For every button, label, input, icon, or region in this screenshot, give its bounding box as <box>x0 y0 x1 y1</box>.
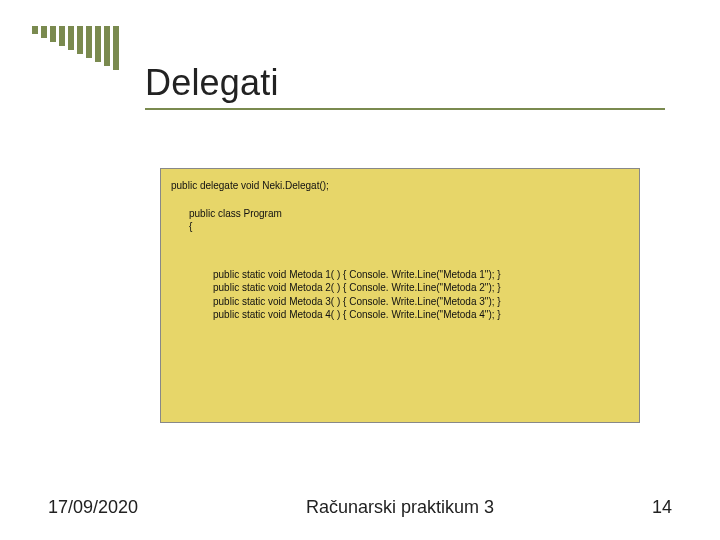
slide-footer: 17/09/2020 Računarski praktikum 3 14 <box>0 497 720 518</box>
accent-bars <box>32 26 119 70</box>
code-line-method-2: public static void Metoda 2( ) { Console… <box>213 281 629 295</box>
code-line-method-4: public static void Metoda 4( ) { Console… <box>213 308 629 322</box>
title-underline <box>145 108 665 110</box>
code-line-delegate: public delegate void Neki.Delegat(); <box>171 179 629 193</box>
code-block: public delegate void Neki.Delegat(); pub… <box>160 168 640 423</box>
code-line-method-1: public static void Metoda 1( ) { Console… <box>213 268 629 282</box>
code-line-method-3: public static void Metoda 3( ) { Console… <box>213 295 629 309</box>
page-title: Delegati <box>145 62 279 104</box>
code-line-class: public class Program <box>189 207 629 221</box>
footer-course: Računarski praktikum 3 <box>168 497 632 518</box>
code-line-open-brace: { <box>189 220 629 234</box>
slide: Delegati public delegate void Neki.Deleg… <box>0 0 720 540</box>
title-wrap: Delegati <box>145 62 279 104</box>
footer-date: 17/09/2020 <box>48 497 168 518</box>
footer-page-number: 14 <box>632 497 672 518</box>
